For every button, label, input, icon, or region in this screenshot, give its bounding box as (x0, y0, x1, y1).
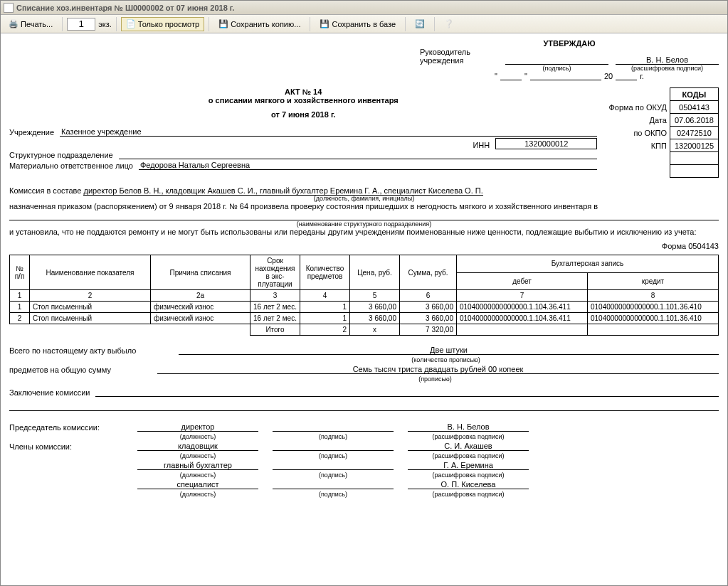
refresh-button[interactable]: 🔄 (410, 17, 430, 31)
document-icon (4, 3, 14, 13)
window-title: Списание хоз.инвентаря № Ш0000002 от 07 … (16, 4, 234, 12)
approve-name: В. Н. Белов (616, 55, 719, 65)
save-db-button[interactable]: 💾 Сохранить в базе (315, 17, 401, 31)
printer-icon: 🖨️ (9, 19, 19, 29)
institution-value: Казенное учреждение (60, 127, 597, 137)
items-table: № п/п Наименование показателя Причина сп… (9, 255, 719, 336)
save-copy-button[interactable]: 💾 Сохранить копию... (213, 17, 305, 31)
form-number: Форма 0504143 (9, 242, 719, 250)
commission-members: директор Белов В. Н., кладовщик Акашев С… (83, 186, 482, 196)
preview-icon: 📄 (126, 19, 136, 29)
inn-value: 1320000012 (495, 138, 597, 149)
codes-table: КОДЫ Форма по ОКУД0504143 Дата07.06.2018… (604, 87, 719, 178)
sum-words: Семь тысяч триста двадцать рублей 00 коп… (157, 365, 719, 374)
table-row: 2Стол письменныйфизический износ16 лет 2… (10, 313, 719, 324)
copies-label: экз. (98, 20, 112, 28)
database-icon: 💾 (320, 19, 329, 29)
help-icon: ❔ (444, 19, 454, 29)
document-content: УТВЕРЖДАЮ Руководитель учреждения В. Н. … (1, 33, 727, 585)
dept-value (119, 159, 598, 159)
refresh-icon: 🔄 (415, 19, 425, 29)
toolbar: 🖨️ Печать... экз. 📄 Только просмотр 💾 Со… (1, 15, 727, 33)
commission-conclusion: и установила, что не поддаются ремонту и… (9, 228, 719, 236)
help-button[interactable]: ❔ (439, 17, 459, 31)
preview-toggle[interactable]: 📄 Только просмотр (121, 17, 204, 31)
commission-conclusion-field (95, 396, 719, 397)
print-button[interactable]: 🖨️ Печать... (4, 17, 58, 31)
save-icon: 💾 (218, 19, 228, 29)
approve-title: УТВЕРЖДАЮ (420, 39, 719, 48)
head-label: Руководитель учреждения (420, 48, 498, 65)
window-titlebar: Списание хоз.инвентаря № Ш0000002 от 07 … (1, 1, 727, 15)
commission-order: назначенная приказом (распоряжением) от … (9, 202, 719, 211)
responsible-value: Федорова Наталья Сергеевна (139, 161, 597, 170)
table-row: 1Стол письменныйфизический износ16 лет 2… (10, 302, 719, 313)
copies-input[interactable] (67, 18, 95, 31)
qty-words: Две штуки (179, 346, 719, 355)
